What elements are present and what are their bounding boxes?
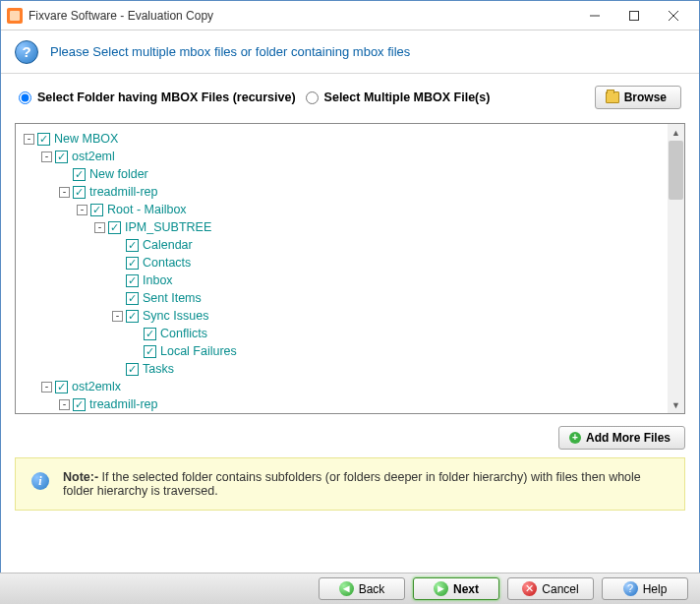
tree-label: Sync Issues	[143, 307, 208, 325]
tree-node[interactable]: -treadmill-rep	[20, 395, 680, 413]
spacer	[112, 293, 123, 304]
tree-node[interactable]: Contacts	[20, 254, 680, 272]
tree-scrollbar[interactable]: ▲ ▼	[668, 124, 684, 413]
spacer	[112, 258, 123, 269]
checkbox-icon[interactable]	[73, 186, 86, 199]
collapse-icon[interactable]: -	[59, 187, 70, 198]
collapse-icon[interactable]: -	[77, 205, 88, 215]
arrow-right-icon: ►	[434, 581, 448, 596]
help-label: Help	[643, 582, 668, 596]
checkbox-icon[interactable]	[126, 274, 139, 287]
checkbox-icon[interactable]	[126, 292, 139, 305]
checkbox-icon[interactable]	[126, 310, 139, 323]
tree-node[interactable]: -IPM_SUBTREE	[20, 218, 680, 236]
help-button[interactable]: ?Help	[602, 577, 688, 600]
tree-node[interactable]: Local Failures	[20, 342, 680, 360]
tree-label: Inbox	[143, 272, 173, 289]
arrow-left-icon: ◄	[339, 581, 354, 596]
browse-label: Browse	[624, 91, 667, 104]
checkbox-icon[interactable]	[144, 345, 156, 358]
collapse-icon[interactable]: -	[94, 222, 105, 233]
wizard-footer: ◄Back ►Next ✕Cancel ?Help	[0, 573, 700, 604]
spacer	[130, 346, 141, 357]
checkbox-icon[interactable]	[55, 381, 68, 393]
tree-node[interactable]: -ost2emlx	[20, 378, 680, 395]
collapse-icon[interactable]: -	[24, 134, 34, 145]
tree-label: treadmill-rep	[89, 183, 157, 201]
checkbox-icon[interactable]	[73, 168, 86, 181]
select-folder-label: Select Folder having MBOX Files (recursi…	[37, 91, 296, 104]
scroll-down-icon[interactable]: ▼	[668, 396, 684, 413]
back-label: Back	[359, 582, 385, 596]
info-icon: i	[31, 472, 49, 490]
tree-label: Root - Mailbox	[107, 201, 187, 218]
checkbox-icon[interactable]	[126, 257, 139, 270]
tree-label: ost2eml	[72, 148, 115, 165]
tree-node[interactable]: -ost2eml	[20, 148, 680, 165]
collapse-icon[interactable]: -	[112, 311, 123, 322]
spacer	[130, 329, 141, 339]
tree-label: Contacts	[143, 254, 191, 272]
checkbox-icon[interactable]	[126, 239, 139, 252]
next-label: Next	[453, 582, 479, 596]
checkbox-icon[interactable]	[90, 204, 103, 216]
instruction-header: ? Please Select multiple mbox files or f…	[1, 30, 699, 74]
tree-node[interactable]: Conflicts	[20, 325, 680, 342]
select-folder-radio[interactable]: Select Folder having MBOX Files (recursi…	[19, 91, 296, 104]
svg-rect-1	[630, 11, 639, 20]
spacer	[112, 275, 123, 286]
tree-node[interactable]: -Root - Mailbox	[20, 201, 680, 218]
tree-label: treadmill-rep	[89, 395, 157, 413]
tree-node[interactable]: Sent Items	[20, 289, 680, 307]
tree-node[interactable]: New folder	[20, 165, 680, 183]
scroll-thumb[interactable]	[669, 141, 683, 200]
note-panel: i Note:- If the selected folder contains…	[15, 457, 685, 511]
close-button[interactable]	[654, 2, 693, 30]
folder-icon	[606, 91, 619, 103]
checkbox-icon[interactable]	[37, 133, 50, 146]
tree-node[interactable]: -treadmill-rep	[20, 183, 680, 201]
tree-label: IPM_SUBTREE	[125, 218, 211, 236]
add-more-label: Add More Files	[586, 431, 671, 445]
collapse-icon[interactable]: -	[41, 382, 52, 393]
folder-tree-panel: -New MBOX -ost2eml New folder -treadmill…	[15, 123, 685, 414]
tree-node[interactable]: -Sync Issues	[20, 307, 680, 325]
tree-node[interactable]: Calendar	[20, 236, 680, 254]
app-logo-icon	[7, 8, 23, 24]
collapse-icon[interactable]: -	[41, 151, 52, 162]
browse-button[interactable]: Browse	[595, 86, 681, 109]
tree-node[interactable]: -New MBOX	[20, 130, 680, 148]
spacer	[112, 240, 123, 251]
select-folder-radio-input[interactable]	[19, 91, 31, 104]
cancel-label: Cancel	[542, 582, 578, 596]
tree-label: Calendar	[143, 236, 193, 254]
folder-tree[interactable]: -New MBOX -ost2eml New folder -treadmill…	[16, 124, 684, 419]
cancel-icon: ✕	[522, 581, 537, 596]
checkbox-icon[interactable]	[73, 398, 86, 411]
help-icon: ?	[623, 581, 638, 596]
scroll-up-icon[interactable]: ▲	[668, 124, 684, 141]
tree-label: Sent Items	[143, 289, 202, 307]
checkbox-icon[interactable]	[144, 328, 156, 340]
tree-label: New MBOX	[54, 130, 118, 148]
spacer	[112, 364, 123, 375]
plus-icon: +	[569, 432, 581, 444]
tree-node[interactable]: Tasks	[20, 360, 680, 378]
back-button[interactable]: ◄Back	[319, 577, 405, 600]
tree-node[interactable]: Inbox	[20, 272, 680, 289]
maximize-button[interactable]	[614, 2, 654, 30]
checkbox-icon[interactable]	[126, 363, 139, 376]
next-button[interactable]: ►Next	[413, 577, 499, 600]
add-more-files-button[interactable]: + Add More Files	[558, 426, 685, 450]
collapse-icon[interactable]: -	[59, 399, 70, 410]
cancel-button[interactable]: ✕Cancel	[507, 577, 594, 600]
select-files-label: Select Multiple MBOX File(s)	[324, 91, 491, 104]
checkbox-icon[interactable]	[108, 221, 121, 234]
question-icon: ?	[15, 40, 38, 64]
select-files-radio-input[interactable]	[306, 91, 319, 104]
checkbox-icon[interactable]	[55, 151, 68, 163]
select-files-radio[interactable]: Select Multiple MBOX File(s)	[306, 91, 491, 104]
tree-label: ost2emlx	[72, 378, 121, 395]
minimize-button[interactable]	[575, 2, 614, 30]
note-text: Note:- If the selected folder contains s…	[63, 470, 669, 498]
